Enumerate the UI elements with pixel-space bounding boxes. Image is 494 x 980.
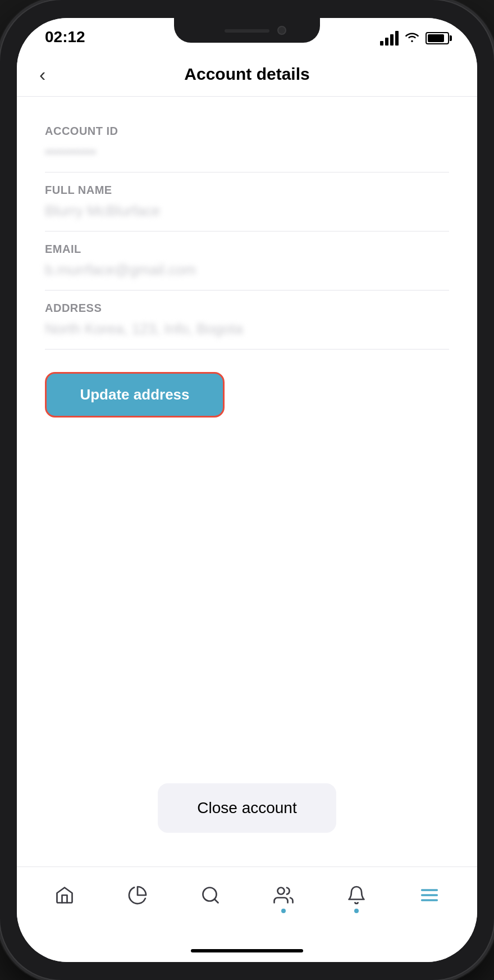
page-title: Account details [184, 65, 309, 84]
users-icon [273, 885, 294, 905]
battery-icon [426, 32, 449, 44]
address-value: North Korea, 123, Info, Bogota [45, 320, 449, 338]
wifi-icon [404, 30, 420, 46]
svg-line-1 [214, 899, 218, 902]
tab-chart[interactable] [127, 885, 148, 905]
notch-camera [277, 26, 286, 35]
full-name-section: FULL NAME Blurry McBlurface [45, 173, 449, 232]
nav-bar: ‹ Account details [17, 52, 477, 97]
tab-search[interactable] [200, 885, 221, 905]
home-bar [17, 940, 477, 962]
email-label: EMAIL [45, 243, 449, 256]
home-indicator [191, 949, 303, 952]
menu-icon [419, 885, 440, 905]
battery-fill [428, 34, 444, 42]
phone-frame: 02:12 [0, 0, 494, 980]
tab-home[interactable] [54, 885, 75, 905]
address-section: ADDRESS North Korea, 123, Info, Bogota [45, 291, 449, 350]
spacer [45, 418, 449, 772]
account-id-section: ACCOUNT ID •••••••••• [45, 114, 449, 173]
content-area: ACCOUNT ID •••••••••• FULL NAME Blurry M… [17, 97, 477, 866]
bell-icon [346, 885, 367, 905]
account-id-label: ACCOUNT ID [45, 125, 449, 138]
notch-speaker [225, 29, 269, 33]
email-section: EMAIL b.murrface@gmail.com [45, 232, 449, 291]
tab-bell[interactable] [346, 885, 367, 905]
full-name-label: FULL NAME [45, 184, 449, 197]
full-name-value: Blurry McBlurface [45, 202, 449, 220]
status-time: 02:12 [45, 28, 85, 46]
notch [174, 18, 320, 43]
tab-users[interactable] [273, 885, 294, 905]
account-id-value: •••••••••• [45, 143, 449, 161]
update-address-button[interactable]: Update address [45, 372, 225, 418]
address-label: ADDRESS [45, 302, 449, 315]
close-account-section: Close account [45, 772, 449, 850]
tab-menu[interactable] [419, 885, 440, 905]
phone-screen: 02:12 [17, 18, 477, 962]
home-icon [54, 885, 75, 905]
back-button[interactable]: ‹ [39, 65, 45, 84]
tab-bell-dot [354, 909, 359, 913]
email-value: b.murrface@gmail.com [45, 261, 449, 279]
search-icon [200, 885, 221, 905]
close-account-button[interactable]: Close account [158, 783, 336, 833]
signal-icon [380, 31, 399, 46]
svg-point-2 [278, 887, 285, 894]
tab-bar [17, 866, 477, 940]
pie-chart-icon [127, 885, 148, 905]
tab-users-dot [281, 909, 286, 913]
status-icons [380, 30, 449, 46]
